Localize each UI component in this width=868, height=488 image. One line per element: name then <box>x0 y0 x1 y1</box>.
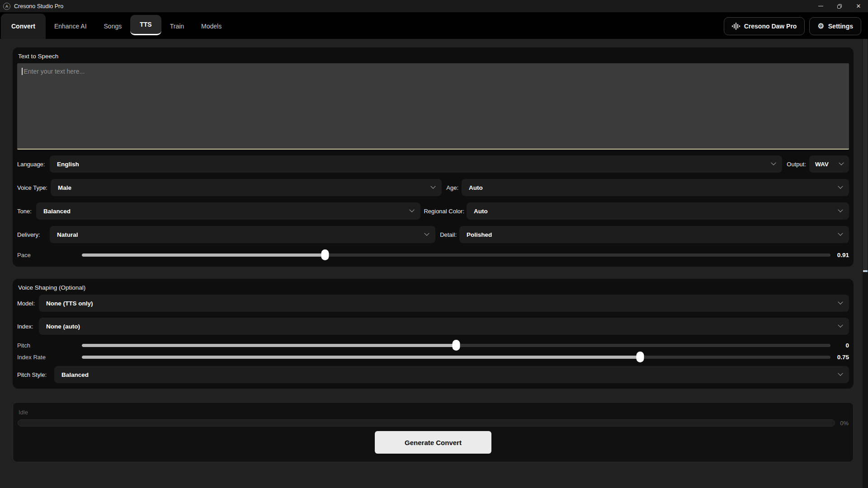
pace-slider[interactable] <box>82 249 830 260</box>
model-value: None (TTS only) <box>46 300 93 307</box>
status-panel: Idle 0% Generate Convert <box>13 402 854 462</box>
close-icon: ✕ <box>856 3 861 9</box>
output-value: WAV <box>815 161 829 168</box>
generate-convert-button[interactable]: Generate Convert <box>375 431 491 454</box>
tone-label: Tone: <box>17 208 36 215</box>
pitch-slider-thumb[interactable] <box>453 340 460 351</box>
tone-dropdown[interactable]: Balanced <box>36 202 420 220</box>
voice-type-dropdown[interactable]: Male <box>51 179 442 196</box>
index-row: Index: None (auto) <box>17 318 849 335</box>
detail-value: Polished <box>467 231 492 238</box>
scrollbar-marker <box>863 270 868 272</box>
model-row: Model: None (TTS only) <box>17 295 849 312</box>
tone-row: Tone: Balanced Regional Color: Auto <box>17 202 849 220</box>
progress-bar <box>18 419 835 427</box>
maximize-button[interactable] <box>830 0 849 12</box>
chevron-down-icon <box>838 184 843 189</box>
chevron-down-icon <box>838 300 843 305</box>
chevron-down-icon <box>771 160 776 165</box>
main-content: Text to Speech Enter your text here... L… <box>0 39 863 488</box>
output-dropdown[interactable]: WAV <box>809 155 849 173</box>
detail-label: Detail: <box>440 231 457 238</box>
language-row: Language: English Output: WAV <box>17 155 849 173</box>
pitch-slider[interactable] <box>82 340 830 351</box>
text-caret <box>22 68 23 75</box>
age-dropdown[interactable]: Auto <box>462 179 849 196</box>
tab-enhance-ai[interactable]: Enhance AI <box>46 14 95 39</box>
delivery-value: Natural <box>57 231 78 238</box>
language-dropdown[interactable]: English <box>50 155 782 173</box>
index-rate-slider[interactable] <box>82 352 830 362</box>
pitch-value: 0 <box>830 342 849 349</box>
vertical-scrollbar[interactable] <box>863 39 868 488</box>
settings-label: Settings <box>828 23 853 30</box>
close-button[interactable]: ✕ <box>849 0 868 12</box>
index-rate-label: Index Rate <box>17 354 82 361</box>
index-rate-slider-track <box>82 356 830 359</box>
regional-color-dropdown[interactable]: Auto <box>467 202 849 220</box>
voice-type-value: Male <box>58 184 71 191</box>
tab-tts[interactable]: TTS <box>130 15 161 35</box>
chevron-down-icon <box>838 231 843 236</box>
progress-row: 0% <box>18 419 849 427</box>
generate-button-wrap: Generate Convert <box>18 431 849 454</box>
index-dropdown[interactable]: None (auto) <box>39 318 849 335</box>
delivery-dropdown[interactable]: Natural <box>50 226 435 243</box>
model-label: Model: <box>17 300 39 307</box>
tab-models[interactable]: Models <box>193 14 230 39</box>
gear-icon: ⚙ <box>817 23 824 30</box>
chevron-down-icon <box>839 160 844 165</box>
pitch-slider-fill <box>82 344 456 347</box>
titlebar: A Cresono Studio Pro ✕ <box>0 0 868 12</box>
chevron-down-icon <box>431 184 436 189</box>
pace-slider-track <box>82 253 830 257</box>
pitch-style-row: Pitch Style: Balanced <box>17 366 849 383</box>
minimize-icon <box>818 6 823 7</box>
language-value: English <box>57 161 79 168</box>
chevron-down-icon <box>838 371 843 376</box>
age-value: Auto <box>469 184 483 191</box>
index-value: None (auto) <box>46 323 80 330</box>
pitch-style-label: Pitch Style: <box>17 371 54 378</box>
window-controls: ✕ <box>811 0 868 12</box>
tab-train[interactable]: Train <box>161 14 193 39</box>
status-text: Idle <box>19 409 849 416</box>
progress-percent: 0% <box>835 420 849 427</box>
settings-button[interactable]: ⚙ Settings <box>809 17 861 35</box>
pitch-style-dropdown[interactable]: Balanced <box>54 366 849 383</box>
pace-slider-thumb[interactable] <box>321 249 329 260</box>
chevron-down-icon <box>424 231 429 236</box>
model-dropdown[interactable]: None (TTS only) <box>39 295 849 312</box>
tts-input-placeholder: Enter your text here... <box>24 68 85 75</box>
delivery-label: Delivery: <box>17 231 50 238</box>
index-rate-row: Index Rate 0.75 <box>17 351 849 363</box>
tts-text-input[interactable]: Enter your text here... <box>17 63 849 150</box>
voice-type-label: Voice Type: <box>17 184 51 191</box>
pitch-label: Pitch <box>17 342 82 349</box>
app-logo-icon: A <box>3 3 10 10</box>
scrollbar-thumb[interactable] <box>863 39 868 272</box>
minimize-button[interactable] <box>811 0 830 12</box>
delivery-row: Delivery: Natural Detail: Polished <box>17 226 849 243</box>
voice-shaping-panel: Voice Shaping (Optional) Model: None (TT… <box>13 279 854 389</box>
text-to-speech-panel: Text to Speech Enter your text here... L… <box>13 47 854 267</box>
window-title: Cresono Studio Pro <box>14 3 63 9</box>
pace-value: 0.91 <box>830 252 849 258</box>
chevron-down-icon <box>410 207 415 212</box>
regional-color-label: Regional Color: <box>424 208 464 215</box>
pitch-row: Pitch 0 <box>17 339 849 351</box>
tab-convert[interactable]: Convert <box>1 14 46 39</box>
chevron-down-icon <box>838 323 843 328</box>
tab-songs[interactable]: Songs <box>95 14 131 39</box>
detail-dropdown[interactable]: Polished <box>459 226 849 243</box>
voice-type-row: Voice Type: Male Age: Auto <box>17 179 849 196</box>
app-logo-letter: A <box>5 4 9 9</box>
cresono-daw-pro-button[interactable]: Cresono Daw Pro <box>724 17 805 35</box>
pace-label: Pace <box>17 252 82 258</box>
voice-shaping-title: Voice Shaping (Optional) <box>18 284 849 291</box>
waveform-icon <box>732 23 740 30</box>
tts-panel-title: Text to Speech <box>18 53 849 60</box>
pace-row: Pace 0.91 <box>17 249 849 260</box>
daw-pro-label: Cresono Daw Pro <box>744 23 797 30</box>
index-rate-slider-thumb[interactable] <box>637 352 644 362</box>
